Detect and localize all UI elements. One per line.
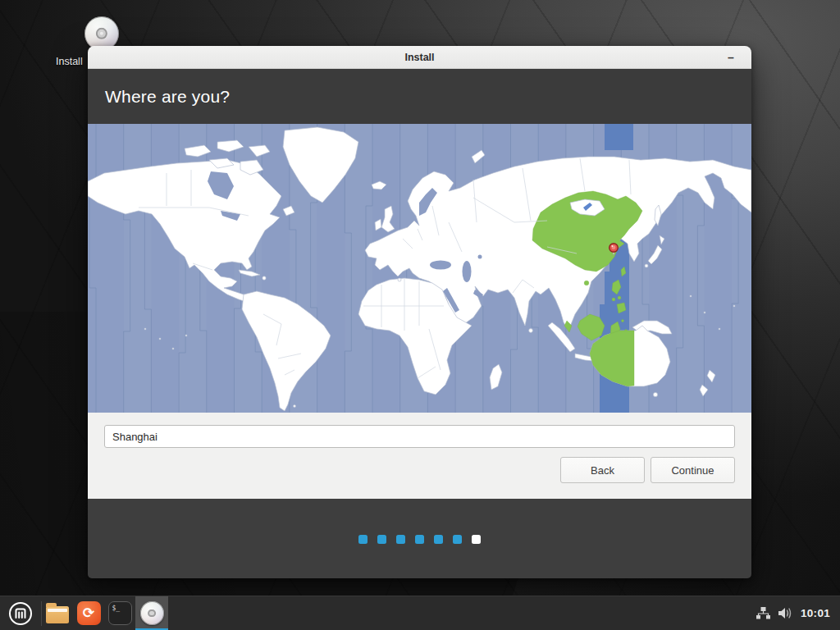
page-header: Where are you? (88, 69, 751, 124)
window-titlebar[interactable]: Install – (88, 46, 751, 69)
network-icon[interactable] (756, 606, 770, 620)
desktop-background: Install Install – Where are you? (0, 0, 840, 630)
continue-button[interactable]: Continue (651, 457, 735, 483)
progress-dots (358, 535, 481, 544)
mint-menu-button[interactable] (0, 596, 41, 630)
installer-window: Install – Where are you? (88, 46, 751, 578)
timezone-input[interactable] (104, 425, 735, 448)
progress-dot-done (434, 535, 443, 544)
cd-icon (140, 601, 164, 625)
mint-logo-icon (8, 601, 33, 626)
progress-dot-done (358, 535, 368, 544)
progress-dot-done (453, 535, 462, 544)
page-title: Where are you? (88, 87, 230, 107)
volume-icon[interactable] (778, 606, 793, 620)
progress-dot-done (377, 535, 386, 544)
timezone-map[interactable] (88, 124, 751, 413)
taskbar: ⟳ $_ 10:01 (0, 596, 840, 630)
clock[interactable]: 10:01 (801, 607, 830, 619)
minimize-button[interactable]: – (722, 46, 740, 69)
taskbar-installer-window-button[interactable] (135, 596, 168, 630)
back-button[interactable]: Back (560, 457, 645, 483)
firefox-launcher[interactable]: ⟳ (73, 596, 104, 630)
firefox-icon: ⟳ (77, 601, 101, 625)
window-footer (88, 499, 751, 578)
terminal-launcher[interactable]: $_ (104, 596, 135, 630)
folder-icon (46, 606, 69, 623)
files-launcher[interactable] (42, 596, 73, 630)
terminal-icon: $_ (108, 601, 132, 625)
progress-dot-done (396, 535, 405, 544)
progress-dot-current (472, 535, 481, 544)
progress-dot-done (415, 535, 424, 544)
system-tray: 10:01 (756, 606, 840, 620)
window-title: Install (404, 52, 434, 63)
location-controls: Back Continue (88, 413, 751, 499)
